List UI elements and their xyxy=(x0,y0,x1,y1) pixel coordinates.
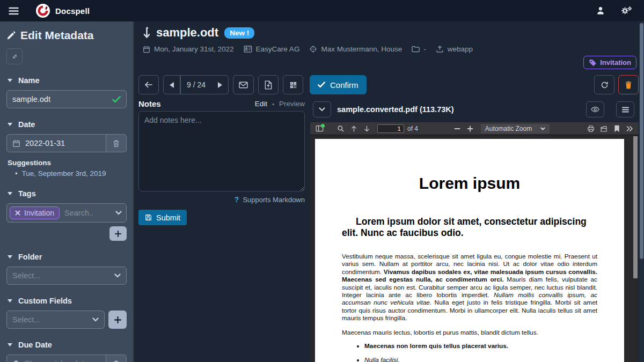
date-suggestion-link[interactable]: Tue, September 3rd, 2019 xyxy=(15,169,127,178)
item-source[interactable]: webapp xyxy=(436,45,473,53)
submit-notes-button[interactable]: Submit xyxy=(138,210,187,225)
clear-date-button[interactable] xyxy=(106,134,127,152)
notes-tab-preview[interactable]: Preview xyxy=(279,100,305,108)
caret-down-icon xyxy=(8,343,12,346)
question-icon: ? xyxy=(235,195,239,204)
pager-position: 9 / 24 xyxy=(180,75,211,94)
pdf-scrollbar-thumb[interactable] xyxy=(633,136,638,278)
pdf-page-input[interactable] xyxy=(377,124,404,133)
item-meta-row: Mon, January 31st, 2022 EasyCare AG Max … xyxy=(143,45,635,53)
pencil-icon xyxy=(6,31,16,40)
topbar-actions xyxy=(596,6,635,16)
pdf-zoom-select[interactable]: Automatic Zoom xyxy=(481,124,550,134)
confirm-button[interactable]: Confirm xyxy=(310,75,367,94)
notes-textarea[interactable] xyxy=(138,111,305,191)
id-card-icon xyxy=(244,46,252,53)
caret-down-icon xyxy=(8,79,12,82)
pdf-sidebar-toggle-icon[interactable] xyxy=(313,123,326,135)
edit-metadata-sidebar: Edit Metadata Name Date 2022-01-31 Sugge… xyxy=(0,21,134,362)
pdf-more-tools-icon[interactable] xyxy=(623,123,636,135)
add-custom-field-button[interactable] xyxy=(108,311,127,329)
collapse-attachment-button[interactable] xyxy=(313,101,331,117)
main-scrollbar-track xyxy=(639,21,644,362)
notes-tab-edit[interactable]: Edit xyxy=(255,100,267,108)
pdf-zoom-out-icon[interactable] xyxy=(451,123,464,135)
pdf-search-icon[interactable] xyxy=(334,123,347,135)
pdf-previous-page-icon[interactable] xyxy=(347,123,360,135)
pdf-doc-paragraph: Vestibulum neque massa, scelerisque sit … xyxy=(342,253,597,322)
section-due-date[interactable]: Due Date xyxy=(8,341,126,349)
attachment-filename: sample.converted.pdf (113.73K) xyxy=(337,105,454,114)
pdf-next-page-icon[interactable] xyxy=(360,123,373,135)
expand-sidebar-button[interactable] xyxy=(6,48,23,64)
preview-eye-button[interactable] xyxy=(586,101,604,117)
section-folder[interactable]: Folder xyxy=(8,253,126,261)
tag-search-input[interactable] xyxy=(64,209,111,217)
check-icon xyxy=(318,82,325,88)
back-button[interactable] xyxy=(138,75,159,94)
attachment-actions xyxy=(586,101,634,117)
pdf-print-icon[interactable] xyxy=(584,123,597,135)
qr-code-button[interactable] xyxy=(283,75,303,94)
notes-header: Notes Edit • Preview xyxy=(138,99,305,108)
remove-tag-icon[interactable] xyxy=(15,210,20,216)
item-right-tools xyxy=(594,75,639,94)
custom-field-select[interactable]: Select... xyxy=(6,311,105,329)
date-field[interactable]: 2022-01-31 xyxy=(6,134,106,152)
tag-icon xyxy=(589,59,596,67)
delete-item-button[interactable] xyxy=(618,75,639,94)
notes-tab-separator: • xyxy=(272,101,274,107)
hamburger-menu-icon[interactable] xyxy=(9,7,19,15)
chevron-down-icon xyxy=(114,274,121,278)
pdf-doc-paragraph-2: Maecenas mauris lectus, lobortis et puru… xyxy=(342,329,597,336)
section-name[interactable]: Name xyxy=(8,76,126,85)
pdf-download-icon[interactable] xyxy=(597,123,610,135)
due-date-field[interactable]: Please pick a date... xyxy=(6,354,106,362)
main-scrollbar-thumb[interactable] xyxy=(640,23,643,259)
user-account-icon[interactable] xyxy=(596,6,605,16)
section-tags[interactable]: Tags xyxy=(8,189,126,198)
previous-item-button[interactable] xyxy=(163,75,180,94)
item-toolbar: 9 / 24 Confirm xyxy=(138,75,367,94)
calendar-icon xyxy=(12,139,20,147)
pdf-sidebar-notification-dot xyxy=(321,124,325,128)
pdf-zoom-in-icon[interactable] xyxy=(464,123,477,135)
document-header: sample.odt New ! Mon, January 31st, 2022… xyxy=(134,21,644,53)
pdf-doc-title: Lorem ipsum xyxy=(342,174,597,193)
app-logo[interactable]: Docspell xyxy=(36,4,90,18)
item-date[interactable]: Mon, January 31st, 2022 xyxy=(143,45,234,53)
send-mail-button[interactable] xyxy=(233,75,254,94)
add-file-button[interactable] xyxy=(258,75,279,94)
floppy-icon xyxy=(145,214,152,221)
notes-label: Notes xyxy=(138,99,161,108)
pdf-bookmark-icon[interactable] xyxy=(610,123,623,135)
upload-icon xyxy=(436,45,444,53)
clear-due-date-button[interactable] xyxy=(106,354,127,362)
name-input[interactable] xyxy=(12,95,107,104)
crosshair-icon xyxy=(309,45,317,53)
add-tag-button[interactable] xyxy=(109,226,127,241)
item-folder[interactable]: - xyxy=(412,45,426,53)
reprocess-button[interactable] xyxy=(594,75,614,94)
pdf-doc-bullet: Maecenas non lorem quis tellus placerat … xyxy=(364,342,597,350)
tag-chip-invitation[interactable]: Invitation xyxy=(10,206,60,219)
settings-gears-icon[interactable] xyxy=(620,6,632,16)
section-date[interactable]: Date xyxy=(8,120,126,129)
section-custom-fields[interactable]: Custom Fields xyxy=(8,297,126,305)
pdf-viewer-canvas: Lorem ipsum Lorem ipsum dolor sit amet, … xyxy=(310,135,639,362)
attachment-menu-button[interactable] xyxy=(616,101,634,117)
item-tag-badge[interactable]: Invitation xyxy=(583,56,636,69)
item-pager: 9 / 24 xyxy=(163,75,229,94)
item-correspondent[interactable]: EasyCare AG xyxy=(244,45,300,53)
long-arrow-down-icon xyxy=(143,27,150,39)
tags-multiselect[interactable]: Invitation xyxy=(6,203,127,223)
new-badge: New ! xyxy=(224,27,254,39)
item-concerning[interactable]: Max Mustermann, House xyxy=(309,45,402,53)
attachment-panel: sample.converted.pdf (113.73K) xyxy=(310,100,639,362)
markdown-hint[interactable]: ? Supports Markdown xyxy=(138,195,305,204)
item-title: sample.odt xyxy=(156,26,218,40)
folder-select[interactable]: Select... xyxy=(6,267,127,285)
add-tag-row xyxy=(6,226,127,241)
custom-fields-row: Select... xyxy=(6,311,127,329)
next-item-button[interactable] xyxy=(211,75,229,94)
